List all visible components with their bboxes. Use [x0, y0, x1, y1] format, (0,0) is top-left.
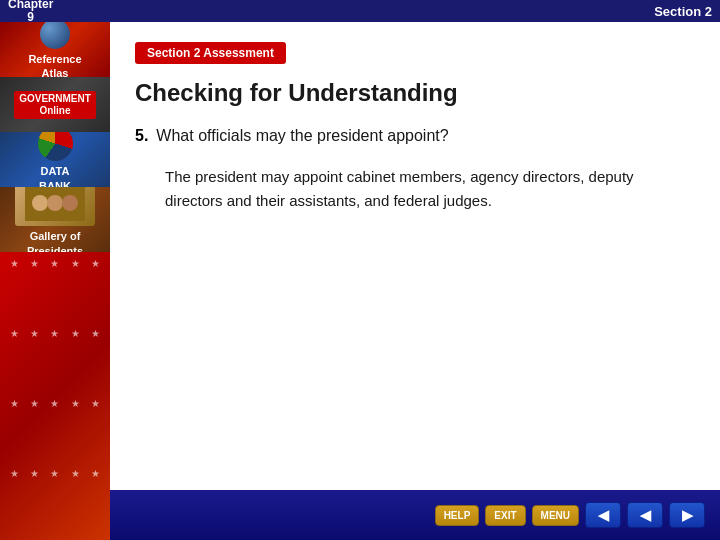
question-row: 5. What officials may the president appo…	[135, 127, 695, 145]
svg-point-3	[62, 195, 78, 211]
sidebar: Reference Atlas GOVERNMENT Online DATA B…	[0, 22, 110, 540]
globe-icon	[40, 22, 70, 49]
presidents-image	[15, 187, 95, 226]
help-button[interactable]: HELP	[435, 505, 480, 526]
sidebar-gallery-label: Gallery of Presidents	[15, 229, 95, 252]
svg-point-2	[47, 195, 63, 211]
answer-text: The president may appoint cabinet member…	[165, 165, 695, 213]
sidebar-item-government-online[interactable]: GOVERNMENT Online	[0, 77, 110, 132]
chapter-label: Chapter 9	[8, 0, 53, 24]
back-button[interactable]: ◀	[585, 502, 621, 528]
menu-button[interactable]: MENU	[532, 505, 579, 526]
main-content: Section 2 Assessment Checking for Unders…	[110, 22, 720, 490]
svg-point-1	[32, 195, 48, 211]
top-bar: Chapter 9 Section 2	[0, 0, 720, 22]
sidebar-item-gallery-presidents[interactable]: Gallery of Presidents	[0, 187, 110, 252]
question-text: What officials may the president appoint…	[156, 127, 448, 145]
sidebar-government-label: GOVERNMENT Online	[19, 93, 91, 117]
section-badge: Section 2 Assessment	[135, 42, 286, 64]
section-label: Section 2	[654, 4, 712, 19]
sidebar-item-reference-atlas[interactable]: Reference Atlas	[0, 22, 110, 77]
data-circle-icon	[38, 132, 73, 161]
next-button[interactable]: ▶	[669, 502, 705, 528]
question-number: 5.	[135, 127, 148, 145]
sidebar-item-data-bank[interactable]: DATA BANK	[0, 132, 110, 187]
sidebar-reference-label: Reference Atlas	[28, 52, 81, 77]
flag-decoration: ★ ★ ★ ★ ★ ★ ★ ★ ★ ★ ★ ★ ★ ★ ★ ★ ★ ★ ★ ★	[0, 252, 110, 540]
page-title: Checking for Understanding	[135, 79, 695, 107]
exit-button[interactable]: EXIT	[485, 505, 525, 526]
prev-button[interactable]: ◀	[627, 502, 663, 528]
bottom-toolbar: HELP EXIT MENU ◀ ◀ ▶	[110, 490, 720, 540]
sidebar-databank-label: DATA BANK	[38, 164, 73, 187]
